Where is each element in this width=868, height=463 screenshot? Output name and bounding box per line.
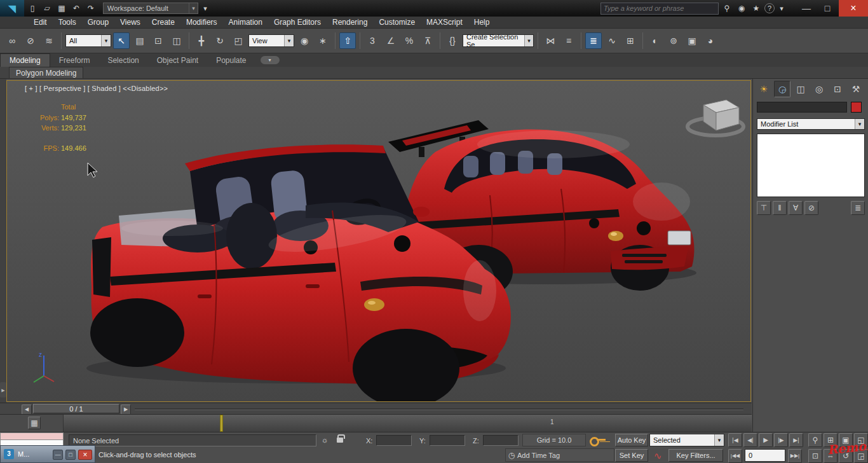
search-icon[interactable]: ⚲ — [721, 2, 733, 15]
perspective-viewport[interactable]: z [ + ] [ Perspective ] [ Shaded ] <<Dis… — [6, 80, 751, 402]
material-editor-icon[interactable]: ◐ — [647, 32, 663, 49]
window-crossing-icon[interactable]: ◫ — [168, 32, 185, 49]
track-bar[interactable]: ▦ 1 — [0, 414, 752, 432]
mini-window-close-button[interactable]: × — [78, 450, 92, 460]
viewport-layout-tab-arrow[interactable]: ▶ — [0, 382, 6, 397]
previous-key-icon[interactable]: ◀| — [743, 433, 757, 447]
mirror-icon[interactable]: ⋈ — [542, 32, 559, 49]
y-coordinate-field[interactable] — [430, 435, 465, 446]
key-mode-combo[interactable]: Selected ▾ — [649, 434, 724, 446]
percent-snap-icon[interactable]: % — [401, 32, 417, 49]
next-key-icon[interactable]: |▶ — [774, 433, 788, 447]
set-key-mode-wave-icon[interactable]: ∿ — [651, 448, 665, 462]
bind-to-spacewarp-icon[interactable]: ≋ — [41, 32, 57, 49]
selection-lock-icon[interactable] — [337, 438, 343, 443]
select-and-link-icon[interactable]: ∞ — [4, 32, 20, 49]
isolate-selection-icon[interactable]: ☼ — [319, 434, 330, 446]
mini-window-minimize-button[interactable]: — — [53, 450, 63, 460]
configure-modifier-sets-icon[interactable]: ≣ — [851, 201, 865, 215]
go-to-end-icon[interactable]: ▶| — [789, 433, 803, 447]
redo-icon[interactable]: ↷ — [85, 2, 97, 15]
go-to-last-frame-icon[interactable]: ▶▶| — [788, 449, 802, 463]
object-color-swatch[interactable] — [851, 102, 862, 113]
current-frame-field[interactable]: 0 — [745, 449, 785, 462]
menu-edit[interactable]: Edit — [28, 17, 53, 29]
previous-frame-arrow[interactable]: ◀ — [22, 404, 32, 415]
selection-filter-combo[interactable]: All ▾ — [65, 34, 111, 47]
select-and-scale-icon[interactable]: ◰ — [230, 32, 247, 49]
ribbon-tab-object-paint[interactable]: Object Paint — [148, 54, 207, 67]
window-minimize-button[interactable]: — — [797, 1, 816, 15]
new-scene-icon[interactable]: ▯ — [26, 2, 39, 15]
angle-snap-icon[interactable]: ∠ — [383, 32, 399, 49]
undo-icon[interactable]: ↶ — [70, 2, 83, 15]
render-setup-icon[interactable]: ⊚ — [665, 32, 682, 49]
modifier-stack-list[interactable] — [757, 134, 865, 197]
play-animation-icon[interactable]: ▶ — [759, 433, 773, 447]
next-frame-arrow[interactable]: ▶ — [121, 404, 131, 415]
workspace-caret-icon[interactable]: ▾ — [200, 3, 210, 13]
make-unique-icon[interactable]: ∀ — [789, 201, 803, 215]
align-icon[interactable]: ≡ — [560, 32, 577, 49]
maxscript-listener-pink[interactable] — [0, 432, 64, 439]
named-selection-sets-combo[interactable]: Create Selection Se ▾ — [463, 34, 534, 47]
time-tag-bar[interactable]: ◷ Add Time Tag — [505, 448, 614, 462]
curve-editor-icon[interactable]: ∿ — [604, 32, 620, 49]
use-pivot-point-icon[interactable]: ◉ — [296, 32, 313, 49]
mini-window-restore-button[interactable]: □ — [65, 450, 76, 460]
modifier-list-dropdown[interactable]: Modifier List ▾ — [757, 118, 865, 130]
reference-coordinate-combo[interactable]: View ▾ — [248, 34, 294, 47]
save-file-icon[interactable]: ▦ — [55, 2, 68, 15]
set-key-button[interactable]: Set Key — [615, 449, 648, 462]
communication-center-icon[interactable]: ◉ — [735, 2, 748, 15]
menu-tools[interactable]: Tools — [53, 17, 82, 29]
menu-rendering[interactable]: Rendering — [327, 17, 373, 29]
time-slider-groove[interactable] — [135, 408, 743, 410]
snaps-toggle-icon[interactable]: 3 — [364, 32, 381, 49]
spinner-snap-icon[interactable]: ⊼ — [419, 32, 436, 49]
select-and-move-icon[interactable]: ╋ — [193, 32, 210, 49]
minimized-window-titlebar[interactable]: 3 M... — □ × — [0, 445, 95, 463]
ribbon-panel-polygon-modeling[interactable]: Polygon Modeling — [9, 67, 83, 78]
modify-tab-icon[interactable]: ◶ — [774, 81, 790, 97]
unlink-selection-icon[interactable]: ⊘ — [22, 32, 39, 49]
menu-graph-editors[interactable]: Graph Editors — [268, 17, 327, 29]
menu-maxscript[interactable]: MAXScript — [421, 17, 468, 29]
motion-tab-icon[interactable]: ◎ — [811, 81, 827, 97]
pin-stack-icon[interactable]: ⊤ — [757, 201, 771, 215]
select-object-icon[interactable]: ↖ — [113, 32, 130, 49]
menu-help[interactable]: Help — [468, 17, 496, 29]
favorites-star-icon[interactable]: ★ — [750, 2, 763, 15]
mini-curve-editor-icon[interactable]: ▦ — [28, 417, 41, 429]
selection-status-field[interactable]: None Selected — [69, 434, 316, 446]
menu-create[interactable]: Create — [146, 17, 180, 29]
viewport-canvas[interactable]: z — [7, 81, 751, 402]
open-file-icon[interactable]: ▱ — [41, 2, 53, 15]
select-and-manipulate-icon[interactable]: ∗ — [315, 32, 331, 49]
ribbon-tab-populate[interactable]: Populate — [207, 54, 255, 67]
window-maximize-button[interactable]: □ — [818, 1, 837, 15]
zoom-region-icon[interactable]: ⊡ — [808, 449, 822, 463]
zoom-viewport-icon[interactable]: ⚲ — [808, 433, 822, 447]
app-button[interactable]: ◥ — [0, 0, 24, 17]
auto-key-button[interactable]: Auto Key — [615, 434, 648, 446]
rectangular-selection-region-icon[interactable]: ⊡ — [150, 32, 166, 49]
key-filters-button[interactable]: Key Filters... — [668, 449, 723, 462]
remove-modifier-icon[interactable]: ⊘ — [804, 201, 818, 215]
utilities-tab-icon[interactable]: ⚒ — [848, 81, 864, 97]
object-name-field[interactable] — [757, 102, 847, 113]
time-slider-handle[interactable]: 0 / 1 — [33, 404, 119, 413]
hierarchy-tab-icon[interactable]: ◫ — [792, 81, 809, 97]
render-production-icon[interactable]: ◕ — [702, 32, 719, 49]
menu-customize[interactable]: Customize — [373, 17, 421, 29]
show-end-result-icon[interactable]: ‖ — [773, 201, 787, 215]
add-time-tag-label[interactable]: Add Time Tag — [517, 452, 560, 459]
infocenter-search-input[interactable] — [600, 3, 719, 15]
ribbon-minimize-toggle[interactable]: ▾ — [261, 56, 280, 64]
x-coordinate-field[interactable] — [376, 435, 412, 446]
ribbon-tab-selection[interactable]: Selection — [98, 54, 147, 67]
go-to-first-frame-icon[interactable]: |◀◀ — [728, 449, 742, 463]
ribbon-tab-modeling[interactable]: Modeling — [0, 53, 50, 67]
help-caret-icon[interactable]: ▾ — [776, 3, 787, 13]
trackbar-key-marker[interactable] — [220, 415, 223, 432]
